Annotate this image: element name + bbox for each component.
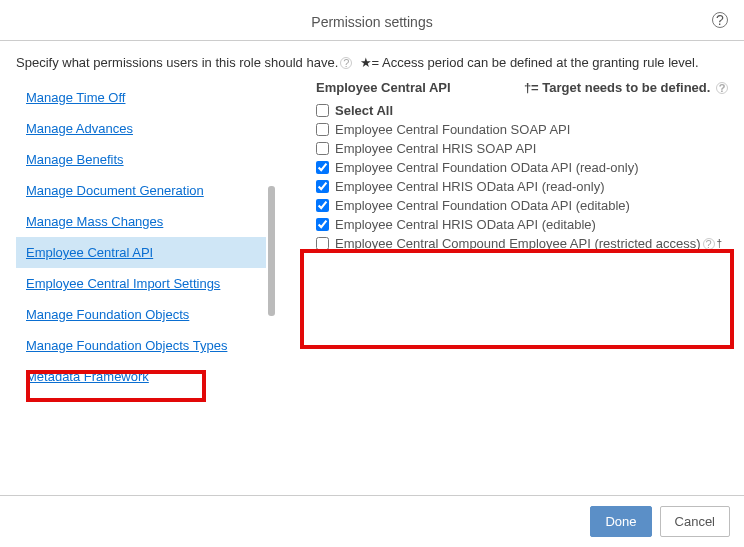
sidebar-item[interactable]: Metadata Framework xyxy=(16,361,266,392)
dialog-title: Permission settings xyxy=(311,14,432,30)
permission-checkbox[interactable] xyxy=(316,161,329,174)
sidebar-item[interactable]: Manage Foundation Objects xyxy=(16,299,266,330)
permission-row: Employee Central Compound Employee API (… xyxy=(316,234,728,253)
permission-checkbox[interactable] xyxy=(316,142,329,155)
sidebar-item-link[interactable]: Manage Advances xyxy=(26,121,133,136)
cancel-button[interactable]: Cancel xyxy=(660,506,730,537)
permission-detail-panel: Employee Central API †= Target needs to … xyxy=(266,76,728,446)
sidebar-item-link[interactable]: Employee Central API xyxy=(26,245,153,260)
permission-row: Employee Central Foundation OData API (r… xyxy=(316,158,728,177)
dialog-content: Specify what permissions users in this r… xyxy=(0,41,744,446)
sidebar-item-link[interactable]: Manage Time Off xyxy=(26,90,125,105)
intro-main: Specify what permissions users in this r… xyxy=(16,55,338,70)
permission-row: Employee Central Foundation OData API (e… xyxy=(316,196,728,215)
intro-legend: ★= Access period can be defined at the g… xyxy=(360,55,699,70)
permission-checkbox[interactable] xyxy=(316,123,329,136)
sidebar-item-link[interactable]: Manage Mass Changes xyxy=(26,214,163,229)
permission-checkbox[interactable] xyxy=(316,180,329,193)
sidebar-item[interactable]: Employee Central Import Settings xyxy=(16,268,266,299)
permission-label: Employee Central Compound Employee API (… xyxy=(335,236,701,251)
dialog-header: Permission settings ? xyxy=(0,0,744,41)
permission-row: Select All xyxy=(316,101,728,120)
target-required-marker: † xyxy=(717,238,723,249)
permission-category-sidebar: Manage Time OffManage AdvancesManage Ben… xyxy=(16,76,266,446)
sidebar-item-link[interactable]: Employee Central Import Settings xyxy=(26,276,220,291)
section-header: Employee Central API †= Target needs to … xyxy=(280,76,728,101)
permission-label: Employee Central HRIS SOAP API xyxy=(335,141,536,156)
permission-row: Employee Central HRIS OData API (read-on… xyxy=(316,177,728,196)
permission-checkbox[interactable] xyxy=(316,104,329,117)
permission-list: Select AllEmployee Central Foundation SO… xyxy=(280,101,728,253)
sidebar-item[interactable]: Manage Advances xyxy=(16,113,266,144)
sidebar-item[interactable]: Manage Document Generation xyxy=(16,175,266,206)
sidebar-item[interactable]: Manage Foundation Objects Types xyxy=(16,330,266,361)
info-icon[interactable]: ? xyxy=(703,238,715,250)
permission-label: Employee Central Foundation OData API (e… xyxy=(335,198,630,213)
info-icon[interactable]: ? xyxy=(716,82,728,94)
intro-text: Specify what permissions users in this r… xyxy=(16,55,728,70)
sidebar-item-link[interactable]: Metadata Framework xyxy=(26,369,149,384)
sidebar-item[interactable]: Employee Central API xyxy=(16,237,266,268)
done-button[interactable]: Done xyxy=(590,506,651,537)
sidebar-item-link[interactable]: Manage Foundation Objects Types xyxy=(26,338,227,353)
sidebar-item-link[interactable]: Manage Foundation Objects xyxy=(26,307,189,322)
permission-label: Employee Central HRIS OData API (read-on… xyxy=(335,179,605,194)
dialog-footer: Done Cancel xyxy=(0,495,744,547)
permission-checkbox[interactable] xyxy=(316,237,329,250)
sidebar-item[interactable]: Manage Benefits xyxy=(16,144,266,175)
permission-checkbox[interactable] xyxy=(316,199,329,212)
target-note: †= Target needs to be defined. ? xyxy=(524,80,728,95)
sidebar-item[interactable]: Manage Mass Changes xyxy=(16,206,266,237)
sidebar-item[interactable]: Manage Time Off xyxy=(16,82,266,113)
permission-label: Employee Central Foundation OData API (r… xyxy=(335,160,639,175)
help-icon[interactable]: ? xyxy=(712,12,728,28)
permission-row: Employee Central HRIS SOAP API xyxy=(316,139,728,158)
sidebar-item-link[interactable]: Manage Document Generation xyxy=(26,183,204,198)
permission-row: Employee Central Foundation SOAP API xyxy=(316,120,728,139)
section-title: Employee Central API xyxy=(316,80,451,95)
permission-label: Employee Central Foundation SOAP API xyxy=(335,122,570,137)
info-icon[interactable]: ? xyxy=(340,57,352,69)
layout: Manage Time OffManage AdvancesManage Ben… xyxy=(16,76,728,446)
permission-checkbox[interactable] xyxy=(316,218,329,231)
permission-label: Select All xyxy=(335,103,393,118)
sidebar-item-link[interactable]: Manage Benefits xyxy=(26,152,124,167)
permission-label: Employee Central HRIS OData API (editabl… xyxy=(335,217,596,232)
permission-row: Employee Central HRIS OData API (editabl… xyxy=(316,215,728,234)
